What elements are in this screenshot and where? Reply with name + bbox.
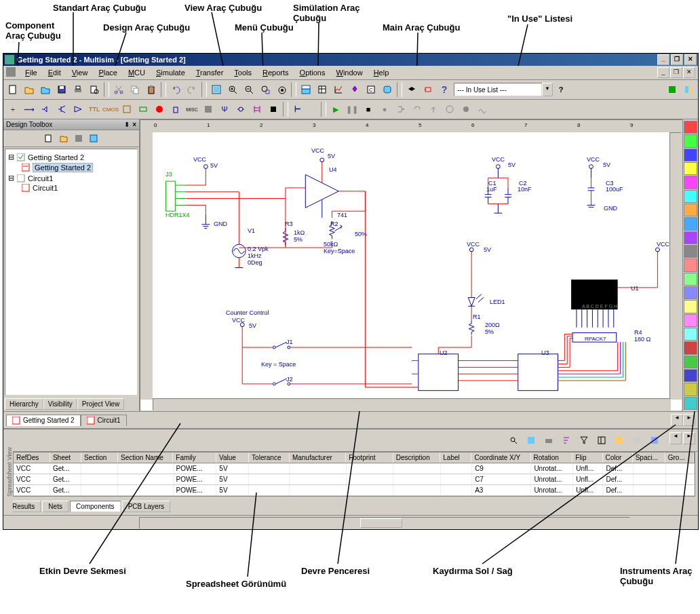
menu-tools[interactable]: Tools (229, 67, 257, 78)
tree-child-2[interactable]: Circuit1 (8, 183, 134, 193)
zoom-fit-button[interactable] (273, 81, 290, 98)
menu-place[interactable]: Place (93, 67, 123, 78)
basic-button[interactable]: ⟿ (21, 101, 37, 117)
print-preview-button[interactable] (86, 81, 102, 98)
col-header[interactable]: Sheet (50, 453, 81, 463)
instrument-button-3[interactable] (684, 162, 697, 175)
circuit-tab-1[interactable]: Getting Started 2 (6, 415, 81, 426)
component-wizard-button[interactable]: C (363, 81, 379, 98)
status-scrollbar[interactable] (139, 517, 630, 529)
col-header[interactable]: Gro... (665, 453, 694, 463)
ss-button-8[interactable] (629, 432, 645, 448)
ss-sort-button[interactable] (558, 432, 575, 448)
redo-button[interactable] (184, 81, 200, 98)
menu-options[interactable]: Options (294, 67, 331, 78)
in-use-help-button[interactable]: ? (553, 81, 569, 98)
ladder-button[interactable] (249, 101, 265, 117)
misc-button[interactable]: MISC (184, 101, 200, 117)
instrument-button-11[interactable] (684, 273, 697, 286)
indicator-button[interactable] (151, 101, 168, 117)
col-header[interactable]: Flip (572, 453, 602, 463)
tree-child-1[interactable]: Getting Started 2 (8, 162, 134, 173)
ttl-button[interactable]: TTL (86, 101, 102, 117)
cut-button[interactable] (111, 81, 127, 98)
in-use-dropdown-arrow[interactable]: ▼ (542, 83, 553, 96)
mcu-button[interactable] (265, 101, 281, 117)
help-button[interactable]: ? (436, 81, 452, 98)
step-into-button[interactable] (393, 101, 409, 117)
schematic-area[interactable]: J3 HDR1X4 VCC 5V GND V1 0.2 Vpk 1kHz 0De… (153, 132, 671, 400)
instrument-button-20[interactable] (684, 397, 697, 410)
dt-open-button[interactable] (57, 132, 71, 145)
diode-button[interactable] (37, 101, 54, 117)
ss-button-9[interactable] (646, 432, 663, 448)
dt-save-button[interactable] (72, 132, 85, 145)
instrument-button-12[interactable] (684, 286, 697, 299)
tab-scroll-left-button[interactable]: ◄ (671, 414, 683, 426)
in-use-list-combo[interactable]: --- In Use List --- (454, 83, 542, 96)
menu-transfer[interactable]: Transfer (191, 67, 229, 78)
instrument-button-10[interactable] (684, 258, 697, 271)
database-button[interactable] (314, 81, 330, 98)
zoom-area-button[interactable] (257, 81, 273, 98)
instrument-button-18[interactable] (684, 369, 697, 382)
pause-at-button[interactable] (442, 101, 458, 117)
undo-button[interactable] (168, 81, 184, 98)
ss-tab-components[interactable]: Components (70, 501, 121, 512)
instrument-button-13[interactable] (684, 300, 697, 313)
dt-refresh-button[interactable] (87, 132, 100, 145)
rf-button[interactable]: Ψ (216, 101, 233, 117)
instrument-button-16[interactable] (684, 341, 697, 354)
instrument-button-4[interactable] (684, 176, 697, 189)
trail-button[interactable] (474, 101, 490, 117)
zoom-in-button[interactable] (225, 81, 241, 98)
ss-filter-button[interactable] (576, 432, 592, 448)
instrument-button-15[interactable] (684, 328, 697, 341)
mixed-button[interactable] (135, 101, 151, 117)
ss-print-button[interactable] (541, 432, 557, 448)
breakpoint-button[interactable] (458, 101, 474, 117)
tree-collapse-icon[interactable]: ⊟ (8, 153, 14, 161)
toggle-spreadsheet-button[interactable] (298, 81, 314, 98)
dt-pin-icon[interactable]: ⬍ (124, 121, 130, 128)
tab-scroll-right-button[interactable]: ► (683, 414, 695, 426)
instrument-button-1[interactable] (684, 134, 697, 147)
scrollbar-vertical[interactable] (669, 132, 682, 400)
save-button[interactable] (54, 81, 70, 98)
col-header[interactable]: Value (216, 453, 249, 463)
create-component-button[interactable] (420, 81, 436, 98)
instrument-button-7[interactable] (684, 217, 697, 230)
new-button[interactable] (5, 81, 21, 98)
menu-file[interactable]: File (20, 67, 43, 78)
menu-edit[interactable]: Edit (43, 67, 66, 78)
instrument-button-9[interactable] (684, 245, 697, 258)
instrument-button-14[interactable] (684, 314, 697, 327)
instrument-button-6[interactable] (684, 204, 697, 216)
col-header[interactable]: Description (393, 453, 441, 463)
electromech-button[interactable] (233, 101, 249, 117)
pause-button[interactable]: ❚❚ (344, 101, 360, 117)
tree-collapse-icon[interactable]: ⊟ (8, 174, 14, 183)
step-out-button[interactable] (425, 101, 442, 117)
ss-button-7[interactable] (611, 432, 627, 448)
dt-new-button[interactable] (42, 132, 56, 145)
table-row[interactable]: VCCGet...POWE...5VC9Unrotat...Unfl...Def… (14, 463, 695, 474)
paste-button[interactable] (143, 81, 159, 98)
run-button[interactable]: ▶ (328, 101, 344, 117)
ultiboard-button[interactable] (664, 81, 680, 98)
tree-root-1[interactable]: ⊟ Getting Started 2 (8, 152, 134, 162)
col-header[interactable]: Tolerance (249, 453, 290, 463)
ss-find-button[interactable] (505, 432, 522, 448)
copy-button[interactable] (127, 81, 143, 98)
minimize-button[interactable]: _ (657, 54, 669, 65)
open-sample-button[interactable] (37, 81, 54, 98)
ss-scroll-left[interactable]: ◄ (669, 432, 682, 444)
table-row[interactable]: VCCGet...POWE...5VA3Unrotat...Unfl...Def… (14, 485, 695, 496)
design-tree[interactable]: ⊟ Getting Started 2 Getting Started 2 ⊟ … (5, 149, 138, 396)
source-button[interactable]: ÷ (5, 101, 21, 117)
db-manager-button[interactable] (379, 81, 395, 98)
instrument-button-0[interactable] (684, 121, 697, 134)
menu-mcu[interactable]: MCU (123, 67, 151, 78)
postprocess-button[interactable] (347, 81, 363, 98)
menu-window[interactable]: Window (330, 67, 368, 78)
